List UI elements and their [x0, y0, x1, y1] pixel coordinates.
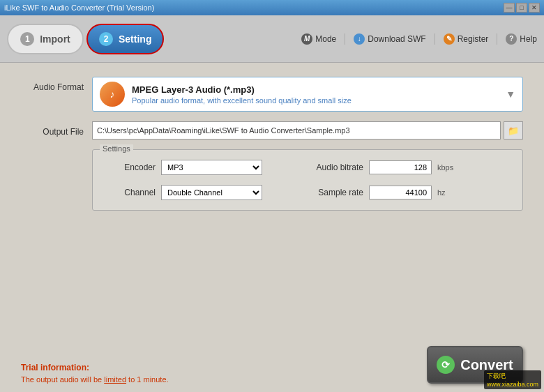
maximize-button[interactable]: □ — [516, 3, 527, 13]
content-area: Audio Format ♪ MPEG Layer-3 Audio (*.mp3… — [0, 63, 544, 346]
browse-icon: 📁 — [508, 126, 519, 136]
convert-icon: ⟳ — [437, 356, 455, 374]
minimize-button[interactable]: — — [504, 3, 515, 13]
download-icon: ↓ — [354, 33, 365, 45]
output-file-field[interactable] — [92, 121, 501, 140]
tab-import-num: 1 — [20, 32, 34, 46]
chevron-down-icon[interactable]: ▼ — [506, 89, 515, 100]
bottom-area: Trial information: The output audio will… — [0, 346, 544, 392]
format-icon: ♪ — [100, 82, 125, 107]
trial-desc-after: to 1 minute. — [128, 375, 168, 384]
format-icon-text: ♪ — [110, 89, 115, 100]
trial-desc-before: The output audio will be — [21, 375, 102, 384]
register-action[interactable]: ✎ Register — [444, 33, 489, 45]
tab-setting-label: Setting — [119, 33, 151, 45]
mode-icon: M — [301, 33, 312, 45]
nav-bar: 1 Import 2 Setting M Mode ↓ Download SWF… — [0, 15, 544, 63]
nav-sep-2 — [435, 33, 435, 45]
output-file-input-area: 📁 — [92, 121, 523, 140]
help-icon: ? — [506, 33, 517, 45]
encoder-row: Encoder MP3 AAC OGG WAV — [107, 160, 301, 175]
window-title: iLike SWF to Audio Converter (Trial Vers… — [4, 3, 154, 12]
download-action[interactable]: ↓ Download SWF — [354, 33, 425, 45]
sample-rate-input[interactable] — [369, 186, 432, 199]
channel-select[interactable]: Double Channel Single Channel — [161, 185, 262, 200]
trial-limited: limited — [104, 375, 126, 384]
main-window: 1 Import 2 Setting M Mode ↓ Download SWF… — [0, 15, 544, 392]
title-bar: iLike SWF to Audio Converter (Trial Vers… — [0, 0, 544, 15]
help-action[interactable]: ? Help — [506, 33, 537, 45]
settings-box: Settings Encoder MP3 AAC OGG WAV Audio b… — [92, 149, 523, 211]
nav-actions: M Mode ↓ Download SWF ✎ Register ? Help — [301, 33, 537, 45]
watermark: 下载吧www.xiazaiba.com — [484, 370, 541, 389]
help-label: Help — [520, 34, 537, 44]
register-label: Register — [458, 34, 489, 44]
encoder-select[interactable]: MP3 AAC OGG WAV — [161, 160, 262, 175]
format-selector[interactable]: ♪ MPEG Layer-3 Audio (*.mp3) Popular aud… — [92, 77, 523, 112]
browse-button[interactable]: 📁 — [504, 121, 523, 140]
tabs-area: 1 Import 2 Setting — [7, 24, 164, 54]
sample-rate-row: Sample rate hz — [315, 185, 508, 200]
audio-format-label: Audio Format — [21, 77, 84, 92]
tab-import[interactable]: 1 Import — [7, 24, 84, 54]
audio-bitrate-input[interactable] — [369, 160, 432, 174]
audio-bitrate-unit: kbps — [437, 163, 453, 172]
output-file-row: Output File 📁 — [21, 121, 523, 140]
tab-setting-num: 2 — [99, 32, 113, 46]
trial-info: Trial information: The output audio will… — [21, 363, 169, 384]
audio-bitrate-row: Audio bitrate kbps — [315, 160, 508, 175]
window-controls: — □ ✕ — [504, 3, 540, 13]
close-button[interactable]: ✕ — [529, 3, 540, 13]
sample-rate-label: Sample rate — [315, 188, 363, 197]
format-info: MPEG Layer-3 Audio (*.mp3) Popular audio… — [132, 84, 499, 105]
register-icon: ✎ — [444, 33, 455, 45]
audio-format-row: Audio Format ♪ MPEG Layer-3 Audio (*.mp3… — [21, 77, 523, 112]
format-name: MPEG Layer-3 Audio (*.mp3) — [132, 84, 499, 95]
download-label: Download SWF — [368, 34, 425, 44]
mode-action[interactable]: M Mode — [301, 33, 336, 45]
mode-label: Mode — [315, 34, 336, 44]
nav-sep-1 — [345, 33, 345, 45]
tab-import-label: Import — [40, 33, 70, 45]
channel-row: Channel Double Channel Single Channel — [107, 185, 301, 200]
settings-legend: Settings — [100, 144, 133, 153]
encoder-label: Encoder — [107, 163, 156, 172]
audio-bitrate-label: Audio bitrate — [315, 163, 363, 172]
tab-setting[interactable]: 2 Setting — [86, 24, 164, 54]
trial-title: Trial information: — [21, 363, 169, 372]
trial-desc: The output audio will be limited to 1 mi… — [21, 375, 169, 384]
nav-sep-3 — [497, 33, 497, 45]
format-desc: Popular audio format, with excellent sou… — [132, 96, 499, 105]
channel-label: Channel — [107, 188, 156, 197]
sample-rate-unit: hz — [437, 188, 446, 197]
settings-grid: Encoder MP3 AAC OGG WAV Audio bitrate kb… — [107, 160, 508, 200]
output-file-label: Output File — [21, 121, 84, 137]
